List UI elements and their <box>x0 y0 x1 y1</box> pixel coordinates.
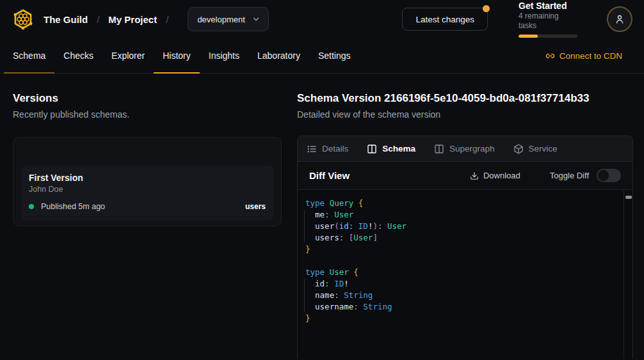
nav-tab-history[interactable]: History <box>154 38 200 73</box>
indent-guide <box>304 279 305 312</box>
breadcrumb-separator: / <box>97 14 99 25</box>
nav-tab-laboratory[interactable]: Laboratory <box>248 38 309 73</box>
versions-panel: Versions Recently published schemas. Fir… <box>13 74 282 226</box>
versions-list-card: First Version John Doe Published 5m ago … <box>13 137 282 226</box>
nav-tab-schema[interactable]: Schema <box>4 38 54 73</box>
columns-icon <box>367 144 377 154</box>
detail-tab-schema[interactable]: Schema <box>367 144 415 154</box>
connect-to-cdn-link[interactable]: Connect to CDN <box>545 38 622 73</box>
schema-version-subtitle: Detailed view of the schema version <box>297 109 633 120</box>
download-icon <box>470 171 479 180</box>
indent-guide <box>304 210 305 243</box>
version-detail-panel: Schema Version 2166196f-5e10-4059-bd0a-0… <box>297 74 633 360</box>
environment-selector-value: development <box>197 15 245 24</box>
latest-changes-label: Latest changes <box>415 15 474 24</box>
latest-changes-button[interactable]: Latest changes <box>402 8 488 31</box>
diff-view-toolbar: Diff View Download Toggle Diff <box>298 162 632 190</box>
detail-tab-details[interactable]: Details <box>307 144 348 154</box>
box-icon <box>513 144 524 154</box>
list-icon <box>307 144 317 154</box>
hive-logo-icon[interactable] <box>10 6 36 32</box>
code-scrollbar[interactable] <box>624 190 632 359</box>
code-block: type Query { me: User user(id: ID!): Use… <box>305 198 617 324</box>
version-author: John Doe <box>29 185 266 194</box>
breadcrumb-org[interactable]: The Guild <box>44 14 88 25</box>
download-button[interactable]: Download <box>470 171 520 180</box>
versions-title: Versions <box>13 92 282 105</box>
get-started-subtitle: 4 remaining tasks <box>519 12 579 31</box>
toggle-diff-knob <box>598 170 609 181</box>
get-started-progress <box>519 35 577 38</box>
detail-tab-supergraph[interactable]: Supergraph <box>434 144 495 154</box>
person-icon <box>614 13 625 25</box>
nav-tab-explorer[interactable]: Explorer <box>102 38 154 73</box>
code-scrollbar-thumb[interactable] <box>625 196 632 199</box>
nav-tab-settings[interactable]: Settings <box>309 38 360 73</box>
breadcrumb-project[interactable]: My Project <box>108 14 157 25</box>
columns-icon <box>434 144 444 154</box>
published-status-text: Published 5m ago <box>41 202 105 211</box>
version-list-item[interactable]: First Version John Doe Published 5m ago … <box>21 166 273 221</box>
diff-view-title: Diff View <box>309 170 350 181</box>
notification-dot <box>483 5 490 12</box>
app-header: The Guild / My Project / development Lat… <box>0 0 644 38</box>
detail-tabs: Details Schema Supergraph Service <box>298 136 632 162</box>
get-started-title: Get Started <box>519 1 579 11</box>
main-nav: Schema Checks Explorer History Insights … <box>0 38 644 74</box>
detail-tab-service[interactable]: Service <box>513 144 558 154</box>
download-label: Download <box>483 171 520 180</box>
service-badge: users <box>245 202 266 211</box>
get-started-progress-fill <box>519 35 538 38</box>
environment-selector[interactable]: development <box>188 7 268 31</box>
published-status-dot <box>29 204 34 209</box>
schema-version-title: Schema Version 2166196f-5e10-4059-bd0a-0… <box>297 92 633 105</box>
version-name: First Version <box>29 173 266 184</box>
versions-subtitle: Recently published schemas. <box>13 109 282 120</box>
nav-tab-checks[interactable]: Checks <box>54 38 102 73</box>
toggle-diff-label: Toggle Diff <box>550 171 589 180</box>
user-avatar[interactable] <box>607 6 632 32</box>
breadcrumb-separator: / <box>166 14 168 25</box>
nav-tab-insights[interactable]: Insights <box>200 38 248 73</box>
chevron-down-icon <box>252 15 261 24</box>
link-icon <box>545 51 555 61</box>
schema-code-viewer[interactable]: type Query { me: User user(id: ID!): Use… <box>298 190 632 359</box>
connect-to-cdn-label: Connect to CDN <box>559 51 622 61</box>
get-started-widget[interactable]: Get Started 4 remaining tasks <box>519 1 579 38</box>
version-detail-container: Details Schema Supergraph Service <box>297 136 633 359</box>
version-meta-row: Published 5m ago users <box>29 202 266 211</box>
toggle-diff-switch[interactable] <box>597 169 621 182</box>
